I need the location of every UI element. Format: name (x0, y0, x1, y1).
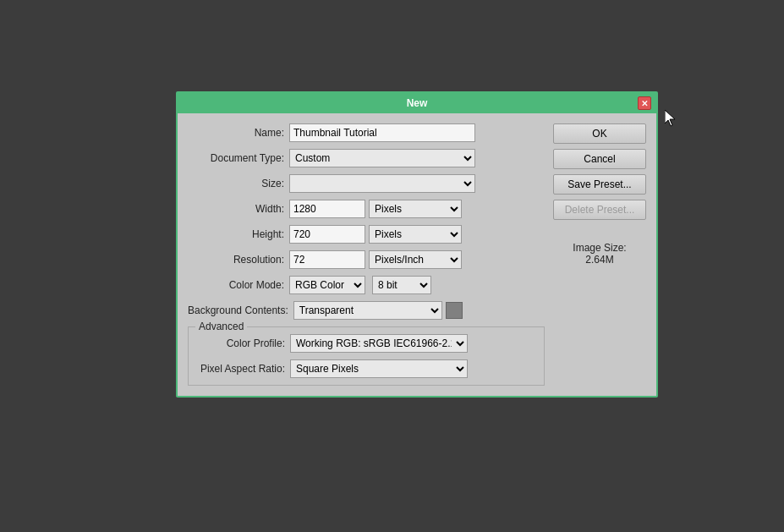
bg-contents-controls: Transparent White Background Color (293, 301, 463, 320)
bg-contents-label: Background Contents: (188, 304, 293, 316)
cancel-button[interactable]: Cancel (553, 149, 646, 169)
name-input[interactable] (289, 123, 475, 142)
bg-contents-select[interactable]: Transparent White Background Color (293, 301, 442, 320)
ok-button[interactable]: OK (553, 123, 646, 144)
mouse-cursor (665, 110, 675, 127)
size-label: Size: (188, 178, 289, 189)
pixel-aspect-row: Pixel Aspect Ratio: Square Pixels D1/DV … (189, 359, 537, 378)
resolution-unit-select[interactable]: Pixels/Inch Pixels/Centimeter (369, 250, 462, 269)
name-label: Name: (188, 127, 289, 139)
right-panel: OK Cancel Save Preset... Delete Preset..… (553, 123, 646, 386)
width-label: Width: (188, 203, 289, 215)
document-type-label: Document Type: (188, 152, 289, 164)
size-select[interactable] (289, 174, 475, 193)
width-row: Width: Pixels Inches Centimeters (188, 200, 545, 218)
height-row: Height: Pixels Inches Centimeters (188, 225, 545, 244)
pixel-aspect-select[interactable]: Square Pixels D1/DV NTSC (0.91) D1/DV PA… (290, 359, 468, 378)
color-mode-select[interactable]: RGB Color Grayscale CMYK Color (289, 276, 365, 294)
color-mode-row: Color Mode: RGB Color Grayscale CMYK Col… (188, 276, 545, 294)
save-preset-button[interactable]: Save Preset... (553, 174, 646, 195)
resolution-label: Resolution: (188, 254, 289, 266)
color-profile-row: Color Profile: Working RGB: sRGB IEC6196… (189, 334, 537, 353)
delete-preset-button[interactable]: Delete Preset... (553, 200, 646, 220)
dialog-title: New (407, 97, 428, 109)
new-document-dialog: New ✕ Name: Document Type: Custom Defaul… (176, 91, 658, 398)
svg-marker-0 (665, 110, 675, 126)
dialog-body: Name: Document Type: Custom Default Phot… (178, 113, 656, 396)
left-panel: Name: Document Type: Custom Default Phot… (188, 123, 545, 386)
height-label: Height: (188, 228, 289, 240)
title-bar: New ✕ (178, 93, 656, 113)
close-button[interactable]: ✕ (638, 96, 651, 110)
bg-contents-row: Background Contents: Transparent White B… (188, 301, 545, 320)
size-row: Size: (188, 174, 545, 193)
width-unit-select[interactable]: Pixels Inches Centimeters (369, 200, 462, 218)
resolution-input[interactable] (289, 250, 365, 269)
color-profile-label: Color Profile: (189, 337, 290, 349)
document-type-row: Document Type: Custom Default Photoshop … (188, 149, 545, 167)
image-size-value: 2.64M (553, 254, 646, 266)
color-profile-select[interactable]: Working RGB: sRGB IEC61966-2.1 Don't Col… (290, 334, 468, 353)
height-unit-select[interactable]: Pixels Inches Centimeters (369, 225, 462, 244)
image-size-container: Image Size: 2.64M (553, 242, 646, 266)
name-row: Name: (188, 123, 545, 142)
image-size-label: Image Size: (553, 242, 646, 254)
bit-depth-select[interactable]: 8 bit 16 bit 32 bit (372, 276, 431, 294)
advanced-legend: Advanced (195, 321, 247, 332)
height-input[interactable] (289, 225, 365, 244)
bg-color-swatch[interactable] (446, 302, 463, 319)
width-input[interactable] (289, 200, 365, 218)
color-mode-controls: RGB Color Grayscale CMYK Color 8 bit 16 … (289, 276, 431, 294)
pixel-aspect-label: Pixel Aspect Ratio: (189, 363, 290, 375)
color-mode-label: Color Mode: (188, 279, 289, 291)
advanced-group: Advanced Color Profile: Working RGB: sRG… (188, 326, 545, 386)
resolution-row: Resolution: Pixels/Inch Pixels/Centimete… (188, 250, 545, 269)
document-type-select[interactable]: Custom Default Photoshop Size Letter A4 (289, 149, 475, 167)
